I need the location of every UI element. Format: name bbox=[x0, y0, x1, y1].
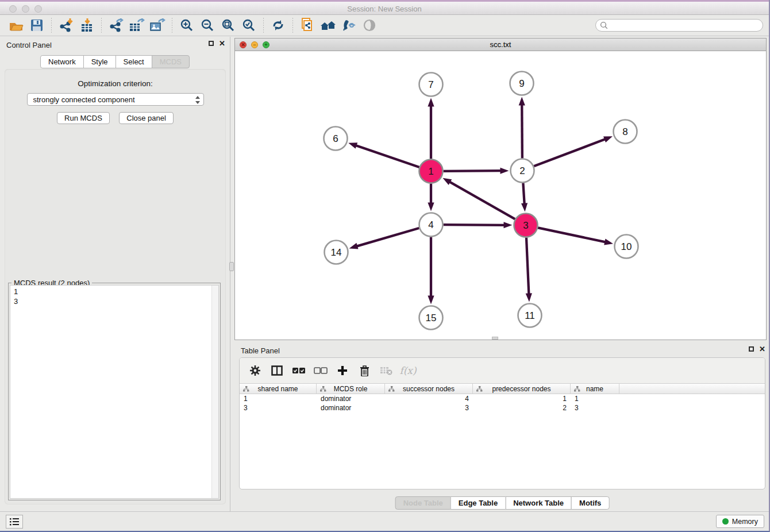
close-table-panel-icon[interactable]: ✕ bbox=[759, 346, 765, 352]
show-all-networks-icon[interactable] bbox=[318, 17, 338, 34]
graph-node-label-15: 15 bbox=[426, 313, 437, 323]
table-cell[interactable]: 2 bbox=[473, 403, 571, 413]
export-image-icon[interactable] bbox=[147, 17, 168, 34]
toolbar-separator bbox=[292, 18, 293, 33]
edge-arrowhead bbox=[526, 293, 532, 302]
edge-3-11[interactable] bbox=[526, 237, 529, 295]
open-session-icon[interactable] bbox=[6, 17, 26, 34]
tab-network-table[interactable]: Network Table bbox=[505, 496, 572, 510]
hide-graphics-icon[interactable] bbox=[359, 17, 380, 34]
search-input[interactable] bbox=[611, 20, 763, 30]
column-header-shared-name[interactable]: shared name bbox=[240, 384, 317, 394]
tab-style[interactable]: Style bbox=[83, 55, 116, 68]
close-panel-button[interactable]: Close panel bbox=[119, 112, 174, 124]
criterion-dropdown-value: strongly connected component bbox=[33, 95, 135, 104]
table-cell[interactable]: dominator bbox=[317, 394, 385, 403]
column-header-name[interactable]: name bbox=[571, 384, 619, 394]
edge-arrowhead bbox=[503, 222, 512, 228]
select-all-columns-icon[interactable] bbox=[289, 361, 309, 380]
close-panel-icon[interactable]: ✕ bbox=[219, 40, 225, 47]
edge-1-2[interactable] bbox=[443, 171, 502, 171]
list-icon bbox=[9, 518, 20, 526]
network-scrollbar-handle[interactable] bbox=[492, 337, 498, 340]
tab-node-table[interactable]: Node Table bbox=[395, 496, 451, 510]
edge-arrowhead bbox=[428, 203, 434, 211]
toolbar-separator bbox=[51, 18, 52, 33]
table-body: 1dominator4113dominator323 bbox=[240, 394, 765, 413]
table-cell[interactable]: 4 bbox=[385, 394, 473, 403]
apply-layout-icon[interactable] bbox=[268, 17, 288, 34]
tab-network[interactable]: Network bbox=[40, 55, 84, 68]
edge-arrowhead bbox=[428, 98, 434, 107]
edge-3-1[interactable] bbox=[448, 181, 515, 219]
table-row[interactable]: 3dominator323 bbox=[240, 403, 765, 413]
table-cell[interactable]: 3 bbox=[240, 403, 317, 413]
edge-arrowhead bbox=[349, 243, 359, 249]
title-bar: Session: New Session bbox=[0, 0, 769, 15]
node-table-card: f(x) shared nameMCDS rolesuccessor nodes… bbox=[239, 357, 765, 489]
create-column-plus-icon[interactable] bbox=[333, 361, 352, 380]
search-box[interactable] bbox=[595, 19, 763, 32]
table-cell[interactable]: 1 bbox=[240, 394, 317, 403]
column-type-icon bbox=[476, 386, 483, 392]
network-window-title: scc.txt bbox=[235, 40, 766, 49]
result-scrollbar[interactable] bbox=[211, 286, 218, 498]
delete-column-trash-icon[interactable] bbox=[355, 361, 374, 380]
import-table-icon[interactable] bbox=[76, 17, 97, 34]
tab-motifs[interactable]: Motifs bbox=[571, 496, 609, 510]
toggle-style-icon[interactable] bbox=[338, 17, 359, 34]
tab-edge-table[interactable]: Edge Table bbox=[451, 496, 506, 510]
edge-3-10[interactable] bbox=[538, 228, 607, 242]
network-canvas[interactable]: 7968124314101511 bbox=[235, 51, 766, 340]
edge-4-3[interactable] bbox=[443, 225, 506, 225]
unselect-all-columns-icon[interactable] bbox=[311, 361, 330, 380]
table-cell[interactable]: 3 bbox=[385, 403, 473, 413]
table-row[interactable]: 1dominator411 bbox=[240, 394, 765, 403]
column-view-icon[interactable] bbox=[267, 361, 287, 380]
column-header-successor-nodes[interactable]: successor nodes bbox=[385, 384, 473, 394]
network-window-titlebar[interactable]: ✕ − + scc.txt bbox=[235, 38, 766, 51]
edge-2-3[interactable] bbox=[523, 183, 524, 205]
memory-button[interactable]: Memory bbox=[716, 515, 764, 528]
tab-select[interactable]: Select bbox=[116, 55, 152, 68]
panel-splitter-handle[interactable] bbox=[229, 262, 234, 271]
edge-4-14[interactable] bbox=[355, 228, 419, 246]
float-panel-icon[interactable] bbox=[209, 41, 214, 46]
edge-2-9[interactable] bbox=[522, 103, 522, 158]
mcds-result-textarea[interactable]: 1 3 bbox=[10, 285, 219, 499]
criterion-dropdown[interactable]: strongly connected component bbox=[27, 93, 204, 106]
table-cell[interactable]: 1 bbox=[571, 394, 619, 403]
table-cell[interactable]: dominator bbox=[317, 403, 385, 413]
table-cell[interactable]: 3 bbox=[571, 403, 619, 413]
edge-2-8[interactable] bbox=[534, 138, 607, 166]
table-settings-gear-icon[interactable] bbox=[245, 361, 265, 380]
edge-1-6[interactable] bbox=[355, 145, 419, 167]
save-session-icon[interactable] bbox=[26, 17, 47, 34]
zoom-in-icon[interactable] bbox=[176, 17, 197, 34]
float-table-panel-icon[interactable] bbox=[749, 346, 754, 352]
task-history-button[interactable] bbox=[6, 515, 23, 529]
graph-node-label-9: 9 bbox=[519, 78, 524, 89]
export-network-icon[interactable] bbox=[106, 17, 126, 34]
edge-arrowhead bbox=[442, 178, 452, 185]
column-header-MCDS-role[interactable]: MCDS role bbox=[317, 384, 385, 394]
edge-arrowhead bbox=[500, 168, 509, 174]
mcds-result-lines: 1 3 bbox=[10, 286, 218, 306]
graph-node-label-1: 1 bbox=[428, 166, 433, 177]
network-graph[interactable]: 7968124314101511 bbox=[235, 51, 766, 340]
table-cell[interactable]: 1 bbox=[473, 394, 571, 403]
run-mcds-button[interactable]: Run MCDS bbox=[57, 112, 110, 124]
zoom-fit-icon[interactable] bbox=[218, 17, 238, 34]
column-type-icon bbox=[388, 386, 395, 392]
import-network-icon[interactable] bbox=[56, 17, 76, 34]
tab-mcds[interactable]: MCDS bbox=[152, 55, 190, 68]
clone-network-icon[interactable] bbox=[297, 17, 318, 34]
delete-table-icon bbox=[376, 361, 396, 380]
table-panel-title: Table Panel bbox=[241, 346, 280, 355]
zoom-selected-icon[interactable] bbox=[238, 17, 259, 34]
export-table-icon[interactable] bbox=[126, 17, 147, 34]
column-header-predecessor-nodes[interactable]: predecessor nodes bbox=[473, 384, 571, 394]
control-panel-title: Control Panel bbox=[6, 41, 52, 49]
zoom-out-icon[interactable] bbox=[197, 17, 218, 34]
table-toolbar: f(x) bbox=[240, 358, 765, 384]
